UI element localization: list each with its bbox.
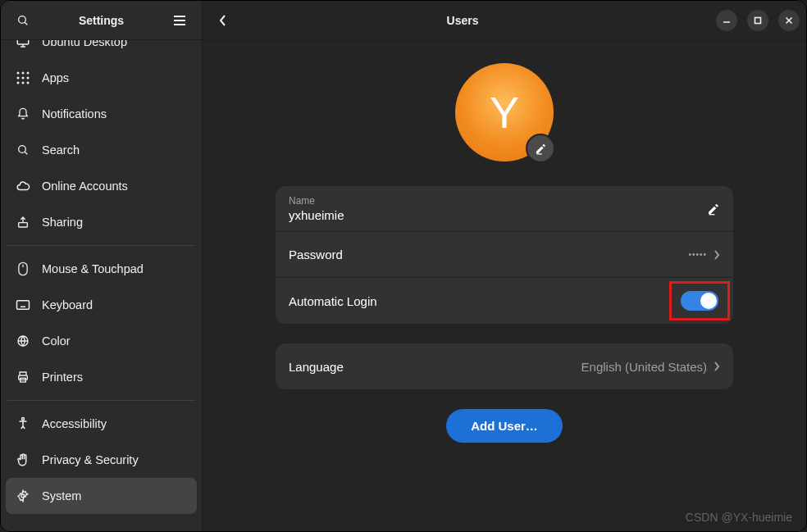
maximize-button[interactable] <box>747 10 768 31</box>
sidebar-item-keyboard[interactable]: Keyboard <box>6 287 197 323</box>
svg-rect-19 <box>19 223 28 227</box>
svg-point-8 <box>17 72 20 75</box>
password-masked: ••••• <box>688 250 707 259</box>
svg-point-0 <box>19 16 26 23</box>
sidebar-item-label: Color <box>42 334 71 348</box>
sidebar-item-color[interactable]: Color <box>6 323 197 359</box>
sidebar-item-accessibility[interactable]: Accessibility <box>6 406 197 442</box>
sidebar-item-system[interactable]: System <box>6 478 197 514</box>
minimize-icon <box>723 16 731 25</box>
svg-point-12 <box>22 77 25 80</box>
sidebar-item-label: Online Accounts <box>42 180 128 193</box>
name-label: Name <box>289 195 344 207</box>
bell-icon <box>16 107 30 121</box>
menu-button[interactable] <box>166 7 194 34</box>
page-title: Users <box>209 14 716 27</box>
cloud-icon <box>16 179 30 193</box>
automatic-login-toggle[interactable] <box>681 291 718 311</box>
gear-icon <box>16 489 30 503</box>
svg-point-31 <box>22 418 25 421</box>
sidebar-item-label: Search <box>42 143 80 157</box>
sidebar-item-label: Sharing <box>42 216 83 229</box>
svg-point-10 <box>27 72 30 75</box>
svg-rect-34 <box>755 17 761 23</box>
sidebar-item-ubuntu-desktop[interactable]: Ubuntu Desktop <box>6 40 197 60</box>
sidebar-item-sharing[interactable]: Sharing <box>6 204 197 240</box>
avatar-edit-button[interactable] <box>526 134 555 163</box>
printer-icon <box>16 370 30 384</box>
sidebar-item-label: Privacy & Security <box>42 453 139 466</box>
svg-line-18 <box>25 152 27 154</box>
sidebar-item-search[interactable]: Search <box>6 132 197 168</box>
avatar-letter: Y <box>490 87 519 138</box>
sidebar-item-label: Apps <box>42 71 69 84</box>
accessibility-icon <box>16 416 30 431</box>
sidebar-item-notifications[interactable]: Notifications <box>6 96 197 132</box>
main-panel: Users Y Name yxhueimie <box>203 1 806 531</box>
chevron-right-icon <box>714 250 720 260</box>
sidebar-divider <box>7 400 195 401</box>
language-label: Language <box>289 360 344 374</box>
main-header: Users <box>203 1 806 40</box>
password-row[interactable]: Password ••••• <box>276 232 733 278</box>
sidebar-item-mouse-touchpad[interactable]: Mouse & Touchpad <box>6 251 197 287</box>
sidebar-item-printers[interactable]: Printers <box>6 359 197 395</box>
hand-icon <box>16 452 30 467</box>
password-label: Password <box>289 248 343 261</box>
close-icon <box>785 16 793 25</box>
display-icon <box>16 40 30 49</box>
sidebar: Settings Ubuntu Desktop Apps Notificatio… <box>1 1 203 531</box>
close-button[interactable] <box>778 10 800 31</box>
automatic-login-row: Automatic Login <box>276 278 733 324</box>
svg-point-15 <box>22 82 25 84</box>
svg-point-11 <box>17 77 20 80</box>
svg-rect-5 <box>17 40 29 44</box>
minimize-button[interactable] <box>716 10 737 31</box>
sidebar-item-apps[interactable]: Apps <box>6 60 197 96</box>
search-icon <box>16 143 30 157</box>
add-user-button[interactable]: Add User… <box>446 409 563 443</box>
search-icon <box>16 14 30 27</box>
name-value: yxhueimie <box>289 208 344 222</box>
sidebar-item-label: Keyboard <box>42 298 93 311</box>
settings-window: Settings Ubuntu Desktop Apps Notificatio… <box>0 0 807 532</box>
svg-point-17 <box>19 146 26 153</box>
sidebar-item-online-accounts[interactable]: Online Accounts <box>6 168 197 204</box>
color-icon <box>16 334 30 348</box>
svg-line-1 <box>25 22 27 25</box>
highlight-box <box>679 289 720 312</box>
sidebar-item-privacy-security[interactable]: Privacy & Security <box>6 442 197 478</box>
svg-rect-22 <box>17 301 30 310</box>
svg-point-13 <box>27 77 30 80</box>
sidebar-list: Ubuntu Desktop Apps Notifications Search… <box>1 40 202 531</box>
grid-icon <box>16 70 30 85</box>
sidebar-item-label: Ubuntu Desktop <box>42 40 127 48</box>
svg-point-16 <box>27 82 30 84</box>
keyboard-icon <box>16 298 30 312</box>
chevron-right-icon <box>714 361 720 371</box>
content: Y Name yxhueimie Password •••• <box>203 40 806 531</box>
avatar-container: Y <box>455 63 554 161</box>
sidebar-divider <box>7 245 195 246</box>
language-row[interactable]: Language English (United States) <box>276 343 733 389</box>
maximize-icon <box>754 16 762 25</box>
window-controls <box>716 10 800 31</box>
name-row[interactable]: Name yxhueimie <box>276 186 733 232</box>
hamburger-icon <box>173 16 186 25</box>
sidebar-header: Settings <box>1 1 202 40</box>
svg-point-9 <box>22 72 25 75</box>
sidebar-title: Settings <box>37 14 166 27</box>
sidebar-item-label: System <box>42 489 81 502</box>
search-button[interactable] <box>9 7 37 34</box>
language-value: English (United States) <box>581 360 707 374</box>
mouse-icon <box>16 261 30 276</box>
svg-point-14 <box>17 82 20 84</box>
pencil-icon <box>535 143 547 155</box>
sidebar-item-label: Accessibility <box>42 417 107 430</box>
share-icon <box>16 215 30 230</box>
sidebar-item-label: Printers <box>42 371 83 384</box>
pencil-icon <box>707 202 720 216</box>
sidebar-item-label: Notifications <box>42 107 107 120</box>
toggle-knob <box>700 293 717 309</box>
svg-rect-20 <box>19 262 27 275</box>
